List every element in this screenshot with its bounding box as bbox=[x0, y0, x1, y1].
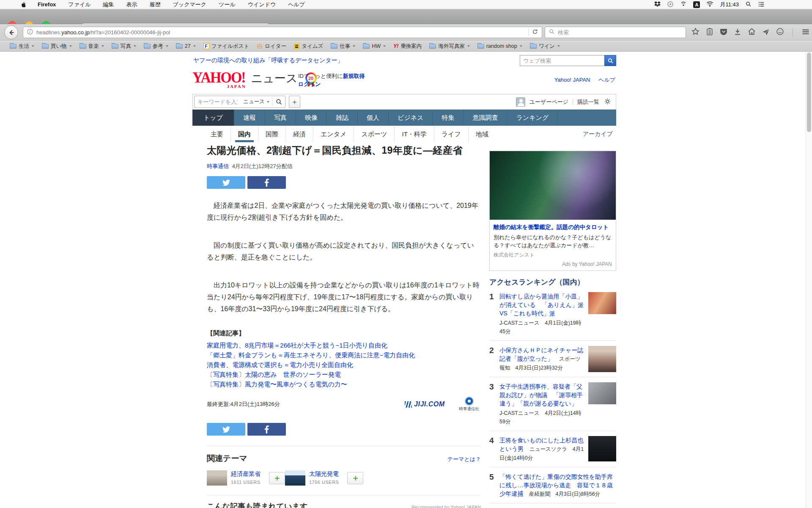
spotlight-icon[interactable] bbox=[745, 1, 752, 8]
tab-eizo[interactable]: 映像 bbox=[296, 110, 327, 126]
bookmark-times[interactable]: タイムズ bbox=[290, 41, 327, 52]
notification-center-icon[interactable] bbox=[758, 1, 765, 8]
menu-history[interactable]: 履歴 bbox=[150, 1, 161, 8]
creative-cloud-icon[interactable] bbox=[667, 1, 674, 9]
ad-image[interactable] bbox=[490, 151, 616, 220]
search-input[interactable] bbox=[558, 29, 682, 36]
menu-edit[interactable]: 編集 bbox=[103, 1, 114, 8]
ranking-thumbnail[interactable] bbox=[588, 382, 616, 404]
signup-link[interactable]: 新規取得 bbox=[343, 73, 365, 79]
page-scrollbar[interactable] bbox=[806, 52, 812, 508]
bookmark-folder-shigoto[interactable]: 仕事 bbox=[327, 41, 359, 52]
bookmark-folder-kaimono[interactable]: 買い物 bbox=[38, 41, 76, 52]
back-button[interactable] bbox=[4, 25, 18, 39]
reload-icon[interactable] bbox=[532, 28, 538, 37]
ranking-link[interactable]: 回転すし店から醤油用「小皿」が消えている 「ありえん」派VS「これも時代」派 bbox=[499, 293, 584, 317]
jiji-com-logo[interactable]: JIJI.COM bbox=[405, 400, 444, 408]
menu-view[interactable]: 表示 bbox=[126, 1, 137, 8]
subtab-keizai[interactable]: 経済 bbox=[285, 126, 313, 142]
download-icon[interactable] bbox=[733, 28, 742, 38]
yahoo-japan-link[interactable]: Yahoo! JAPAN bbox=[554, 77, 590, 83]
what-is-theme-link[interactable]: テーマとは？ bbox=[447, 456, 481, 463]
web-search-input[interactable] bbox=[520, 55, 604, 66]
search-category-dropdown[interactable]: ニュース bbox=[241, 98, 272, 105]
promo-link[interactable]: ヤフーの環境への取り組み「呼吸するデータセンター」 bbox=[193, 57, 343, 64]
menu-help[interactable]: ヘルプ bbox=[288, 1, 305, 8]
theme-name-link[interactable]: 経済産業省 bbox=[231, 470, 261, 478]
bookmark-folder-hw[interactable]: HW bbox=[359, 41, 390, 52]
subtab-it[interactable]: IT・科学 bbox=[394, 126, 433, 142]
tab-tokushu[interactable]: 特集 bbox=[433, 110, 464, 126]
input-source-icon[interactable]: A bbox=[693, 1, 700, 8]
dropbox-icon[interactable] bbox=[654, 1, 661, 8]
bookmark-filepost[interactable]: Fファイルポスト bbox=[200, 41, 253, 52]
ranking-link[interactable]: 女子中生誘拐事件、容疑者「父親お詫び」が物議 「謝罪相手違う」「親が謝る必要ない… bbox=[499, 383, 583, 407]
subtab-life[interactable]: ライフ bbox=[434, 126, 468, 142]
related-link[interactable]: 〔写真特集〕風力発電〜風車がつくる電気の力〜 bbox=[207, 379, 481, 389]
menu-window[interactable]: ウインドウ bbox=[248, 1, 276, 8]
tab-ishikichosa[interactable]: 意識調査 bbox=[464, 110, 507, 126]
hamburger-menu-icon[interactable] bbox=[801, 27, 810, 38]
subtab-chiiki[interactable]: 地域 bbox=[468, 126, 496, 142]
user-page-link[interactable]: ユーザーページ bbox=[529, 98, 568, 106]
info-icon[interactable] bbox=[27, 28, 33, 37]
bookmark-transit[interactable]: Y!乗換案内 bbox=[390, 41, 425, 52]
tab-shashin[interactable]: 写真 bbox=[265, 110, 296, 126]
subtab-shuyo[interactable]: 主要 bbox=[203, 126, 230, 142]
bookmark-folder-ongaku[interactable]: 音楽 bbox=[76, 41, 108, 52]
ranking-thumbnail[interactable] bbox=[588, 292, 616, 314]
ranking-thumbnail[interactable] bbox=[588, 346, 616, 372]
bookmark-folder-wine[interactable]: ワイン bbox=[526, 41, 564, 52]
yahoo-news-logo[interactable]: YAHOO! JAPAN bbox=[192, 70, 245, 85]
jiji-press-logo[interactable]: 時事通信社 bbox=[459, 397, 480, 412]
scrollbar-thumb[interactable] bbox=[807, 52, 811, 132]
apple-menu-icon[interactable] bbox=[20, 1, 27, 8]
add-search-button[interactable]: ＋ bbox=[289, 96, 300, 108]
news-search-button[interactable] bbox=[272, 96, 285, 108]
gear-icon[interactable] bbox=[604, 97, 612, 107]
help-link[interactable]: ヘルプ bbox=[598, 77, 615, 83]
url-bar[interactable]: headlines.yahoo.co.jp/hl?a=20160402-0000… bbox=[23, 27, 542, 38]
keyword-input[interactable] bbox=[195, 99, 241, 105]
bookmark-folder-27[interactable]: 27 bbox=[172, 41, 200, 52]
send-tab-icon[interactable] bbox=[762, 28, 770, 38]
tab-sokuho[interactable]: 速報 bbox=[234, 110, 265, 126]
source-link[interactable]: 時事通信 bbox=[207, 163, 229, 169]
bookmark-folder-seikatsu[interactable]: 生活 bbox=[6, 41, 38, 52]
facebook-share-button[interactable] bbox=[247, 423, 286, 436]
menu-bookmarks[interactable]: ブックマーク bbox=[173, 1, 207, 8]
tab-kojin[interactable]: 個人 bbox=[358, 110, 389, 126]
tab-ranking[interactable]: ランキング bbox=[507, 110, 558, 126]
bookmark-star-icon[interactable] bbox=[691, 27, 700, 38]
bookmark-folder-kaigai[interactable]: 海外写真家 bbox=[425, 41, 474, 52]
ad-title-link[interactable]: 離婚の結末を衝撃鑑定。話題の的中タロット bbox=[494, 224, 612, 231]
tab-business[interactable]: ビジネス bbox=[389, 110, 433, 126]
menu-firefox[interactable]: Firefox bbox=[38, 1, 56, 8]
airplay-icon[interactable] bbox=[680, 1, 687, 9]
archive-link[interactable]: アーカイブ bbox=[583, 130, 613, 138]
subtab-sports[interactable]: スポーツ bbox=[354, 126, 394, 142]
twitter-share-button[interactable] bbox=[207, 423, 245, 436]
theme-thumbnail[interactable] bbox=[285, 470, 305, 486]
feedback-smiley-icon[interactable] bbox=[776, 27, 785, 38]
twitter-share-button[interactable] bbox=[207, 176, 245, 189]
related-link[interactable]: 消費者、電源構成で選択も＝電力小売り全面自由化 bbox=[207, 360, 481, 370]
subtab-kokusai[interactable]: 国際 bbox=[258, 126, 285, 142]
menu-tools[interactable]: ツール bbox=[219, 1, 236, 8]
subtab-kokunai[interactable]: 国内 bbox=[230, 126, 258, 142]
bookmark-folder-shashin[interactable]: 写真 bbox=[108, 41, 140, 52]
theme-name-link[interactable]: 太陽光発電 bbox=[309, 470, 339, 478]
related-link[interactable]: 〔写真特集〕太陽の恵み 世界のソーラー発電 bbox=[207, 370, 481, 379]
subscriptions-link[interactable]: 購読一覧 bbox=[577, 98, 599, 106]
subtab-entame[interactable]: エンタメ bbox=[313, 126, 354, 142]
bookmark-folder-randomshop[interactable]: random shop bbox=[474, 41, 526, 52]
follow-theme-button[interactable]: ＋ bbox=[347, 472, 363, 484]
wifi-icon[interactable] bbox=[706, 1, 713, 8]
tab-top[interactable]: トップ bbox=[192, 110, 234, 126]
follow-theme-button[interactable]: ＋ bbox=[269, 472, 285, 484]
bookmarks-menu-icon[interactable] bbox=[705, 28, 714, 38]
bookmark-folder-sanko[interactable]: 参考 bbox=[140, 41, 172, 52]
keyword-search-box[interactable]: ニュース bbox=[194, 96, 285, 108]
ads-by-label[interactable]: Ads by Yahoo! JAPAN bbox=[494, 261, 612, 267]
menu-file[interactable]: ファイル bbox=[68, 1, 91, 8]
